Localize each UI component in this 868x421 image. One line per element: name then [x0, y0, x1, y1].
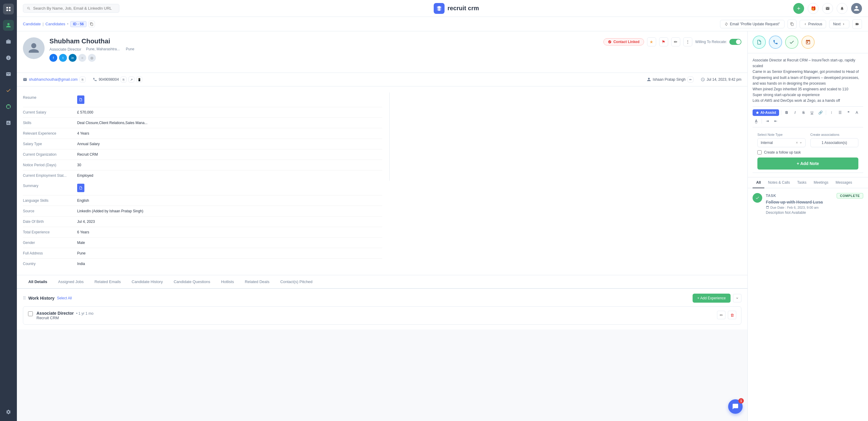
calendar-action-btn[interactable]: [801, 36, 815, 49]
star-btn[interactable]: ★: [647, 37, 656, 46]
social-generic-1[interactable]: ○: [79, 54, 86, 62]
sidebar-icon-currency[interactable]: [3, 101, 14, 112]
edit-btn[interactable]: ✏: [671, 37, 680, 46]
activity-feed: TASK Complete Follow up with Howard Lusa…: [748, 188, 868, 421]
search-box[interactable]: [23, 4, 119, 13]
unordered-list-btn[interactable]: ☰: [836, 109, 844, 116]
owner-name: Ishaan Pratap Singh: [653, 77, 686, 82]
mail-button[interactable]: [822, 3, 833, 14]
work-edit-btn[interactable]: ✏: [717, 311, 725, 319]
ordered-list-btn[interactable]: ⁝: [828, 109, 835, 116]
breadcrumb-parent[interactable]: Candidate: [23, 22, 41, 26]
contact-linked-badge[interactable]: Contact Linked: [603, 38, 644, 45]
tab-candidate-questions[interactable]: Candidate Questions: [168, 275, 216, 289]
next-btn[interactable]: Next: [829, 20, 849, 28]
task-action-btn[interactable]: [785, 36, 798, 49]
ai-assist-btn[interactable]: AI-Assist: [752, 109, 779, 116]
phone-action-1[interactable]: ↗: [128, 76, 134, 83]
outdent-btn[interactable]: ⇤: [772, 118, 779, 125]
tab-contacts-pitched[interactable]: Contact(s) Pitched: [275, 275, 318, 289]
search-input[interactable]: [33, 6, 116, 10]
chat-bubble[interactable]: 1: [728, 399, 743, 414]
detail-row: Relevant Experience4 Years: [23, 128, 382, 139]
associations-btn[interactable]: 1 Association(s): [810, 138, 859, 147]
add-button[interactable]: [793, 3, 804, 14]
copy-email-btn[interactable]: [787, 20, 797, 29]
activity-desc: Description Not Available: [766, 210, 863, 215]
sidebar-icon-contacts[interactable]: [3, 20, 14, 31]
activity-tab-notes-calls[interactable]: Notes & Calls: [764, 177, 794, 188]
bold-btn[interactable]: B: [783, 109, 790, 116]
text-bg-btn[interactable]: A̲: [752, 118, 760, 125]
italic-btn[interactable]: I: [792, 109, 799, 116]
flag-btn[interactable]: ⚑: [659, 37, 668, 46]
select-all-btn[interactable]: Select All: [57, 296, 72, 300]
work-item: Associate Director • 1 yr 1 mo Recruit C…: [23, 306, 741, 325]
blockquote-btn[interactable]: ❝: [845, 109, 852, 116]
tab-candidate-history[interactable]: Candidate History: [126, 275, 168, 289]
resume-file-icon[interactable]: [77, 95, 84, 104]
indent-btn[interactable]: ⇥: [764, 118, 771, 125]
note-action-btn[interactable]: [752, 36, 766, 49]
sidebar-icon-dashboard[interactable]: [3, 4, 14, 14]
copy-id-btn[interactable]: [88, 21, 95, 27]
note-type-label: Select Note Type: [757, 133, 806, 136]
copy-phone-icon[interactable]: ⎘: [121, 76, 127, 83]
follow-up-checkbox[interactable]: [757, 150, 762, 155]
edit-owner-btn[interactable]: ✏: [687, 76, 693, 83]
note-type-select[interactable]: Internal ×: [757, 138, 806, 147]
social-generic-2[interactable]: ◎: [88, 54, 96, 62]
activity-tab-tasks[interactable]: Tasks: [794, 177, 810, 188]
activity-item: TASK Complete Follow up with Howard Lusa…: [752, 193, 863, 215]
notification-button[interactable]: [837, 3, 847, 14]
activity-tab-meetings[interactable]: Meetings: [810, 177, 832, 188]
copy-email-icon[interactable]: ⎘: [80, 76, 86, 83]
link-btn[interactable]: 🔗: [817, 109, 824, 116]
sidebar-icon-tasks[interactable]: [3, 85, 14, 96]
add-experience-btn[interactable]: + Add Experience: [692, 294, 731, 303]
whatsapp-icon[interactable]: 📱: [136, 76, 142, 83]
timestamp: Jul 14, 2023, 9:42 pm: [707, 77, 741, 82]
sidebar-icon-settings[interactable]: [3, 407, 14, 417]
previous-btn[interactable]: Previous: [800, 20, 827, 28]
note-content[interactable]: Associate Director at Recruit CRM – Insu…: [752, 58, 863, 104]
facebook-icon[interactable]: f: [50, 54, 57, 62]
gift-button[interactable]: 🎁: [808, 3, 818, 14]
tab-assigned-jobs[interactable]: Assigned Jobs: [53, 275, 89, 289]
sidebar-icon-deals[interactable]: [3, 53, 14, 63]
tab-related-emails[interactable]: Related Emails: [89, 275, 126, 289]
linkedin-icon[interactable]: in: [69, 54, 76, 62]
collapse-btn[interactable]: [733, 294, 741, 302]
breadcrumb-section[interactable]: Candidates: [45, 22, 65, 26]
app-name: recruit crm: [447, 5, 479, 12]
toolbar-divider-3: [762, 119, 762, 124]
work-delete-btn[interactable]: 🗑: [728, 311, 736, 319]
strikethrough-btn[interactable]: S: [800, 109, 807, 116]
tab-all-details[interactable]: All Details: [23, 275, 53, 289]
text-color-btn[interactable]: A: [853, 109, 861, 116]
more-btn[interactable]: ⋮: [683, 37, 692, 46]
note-type-chevron: [799, 141, 802, 144]
activity-tab-all[interactable]: All: [752, 177, 764, 188]
sidebar-icon-jobs[interactable]: [3, 36, 14, 47]
sidebar-icon-email[interactable]: [3, 69, 14, 79]
associations-group: Create associations 1 Association(s): [810, 133, 859, 147]
note-type-clear[interactable]: ×: [796, 141, 798, 145]
sidebar-icon-reports[interactable]: [3, 118, 14, 128]
activity-tab-messages[interactable]: Messages: [832, 177, 856, 188]
add-note-btn[interactable]: + Add Note: [757, 158, 858, 169]
twitter-icon[interactable]: t: [59, 54, 67, 62]
email-profile-btn[interactable]: Email "Profile Update Request": [720, 20, 784, 28]
detail-row: GenderMale: [23, 237, 382, 248]
user-avatar[interactable]: [851, 3, 862, 14]
email-link[interactable]: shubhamchouthai@gmail.com: [29, 77, 78, 82]
tab-related-deals[interactable]: Related Deals: [239, 275, 275, 289]
relocate-toggle[interactable]: [730, 39, 741, 45]
call-action-btn[interactable]: [769, 36, 782, 49]
breadcrumb-dot: •: [67, 22, 68, 26]
underline-btn[interactable]: U: [808, 109, 815, 116]
video-btn[interactable]: [852, 19, 862, 29]
tab-hotlists[interactable]: Hotlists: [216, 275, 240, 289]
work-item-checkbox[interactable]: [28, 312, 33, 316]
summary-file-icon[interactable]: [77, 184, 84, 192]
